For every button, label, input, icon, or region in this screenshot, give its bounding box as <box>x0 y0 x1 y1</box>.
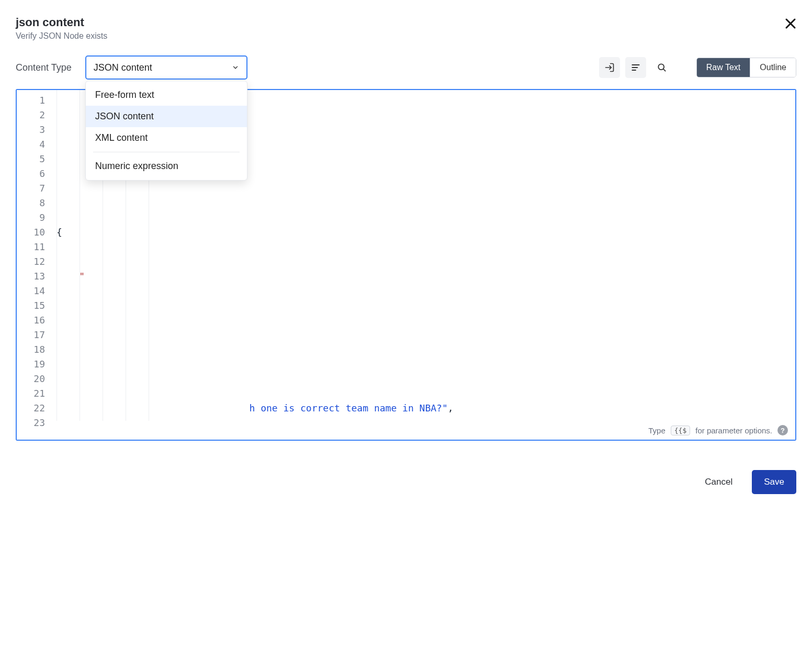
line-number: 5 <box>17 152 53 166</box>
line-number: 1 <box>17 93 53 108</box>
line-number: 13 <box>17 269 53 284</box>
save-button[interactable]: Save <box>752 470 796 494</box>
line-number: 17 <box>17 328 53 342</box>
search-icon[interactable] <box>651 57 672 78</box>
tab-outline[interactable]: Outline <box>750 58 796 77</box>
option-free-form-text[interactable]: Free-form text <box>86 84 247 106</box>
line-number: 14 <box>17 284 53 298</box>
page-title: json content <box>16 16 107 29</box>
line-number: 19 <box>17 357 53 372</box>
line-number: 7 <box>17 181 53 196</box>
hint-suffix: for parameter options. <box>695 426 772 435</box>
chevron-down-icon <box>232 64 239 71</box>
line-number: 8 <box>17 196 53 210</box>
line-number: 23 <box>17 416 53 430</box>
option-xml-content[interactable]: XML content <box>86 127 247 149</box>
tab-raw-text[interactable]: Raw Text <box>697 58 750 77</box>
line-number: 9 <box>17 210 53 225</box>
svg-line-4 <box>663 69 665 71</box>
parameter-hint: Type {{$ for parameter options. ? <box>17 421 795 440</box>
help-icon[interactable]: ? <box>777 425 788 435</box>
format-icon[interactable] <box>625 57 646 78</box>
hint-prefix: Type <box>648 426 666 435</box>
line-number: 6 <box>17 166 53 181</box>
line-number: 11 <box>17 240 53 254</box>
line-number: 2 <box>17 108 53 122</box>
close-icon[interactable] <box>785 18 796 29</box>
option-json-content[interactable]: JSON content <box>86 106 247 127</box>
line-number: 20 <box>17 372 53 386</box>
import-icon[interactable] <box>599 57 620 78</box>
view-toggle: Raw Text Outline <box>696 58 796 77</box>
content-type-value: JSON content <box>94 62 152 73</box>
line-number: 10 <box>17 225 53 240</box>
line-number: 15 <box>17 298 53 313</box>
option-numeric-expression[interactable]: Numeric expression <box>86 155 247 177</box>
content-type-select[interactable]: JSON content <box>85 55 247 80</box>
content-type-label: Content Type <box>16 62 72 73</box>
line-gutter: 1234567891011121314151617181920212223 <box>17 90 53 421</box>
content-type-dropdown: Free-form text JSON content XML content … <box>85 81 247 181</box>
hint-kbd: {{$ <box>671 426 690 435</box>
line-number: 21 <box>17 386 53 401</box>
line-number: 4 <box>17 137 53 152</box>
line-number: 3 <box>17 122 53 137</box>
dropdown-separator <box>93 152 240 152</box>
line-number: 16 <box>17 313 53 328</box>
cancel-button[interactable]: Cancel <box>693 470 745 494</box>
line-number: 18 <box>17 342 53 357</box>
line-number: 22 <box>17 401 53 416</box>
line-number: 12 <box>17 254 53 269</box>
page-subtitle: Verify JSON Node exists <box>16 31 107 41</box>
